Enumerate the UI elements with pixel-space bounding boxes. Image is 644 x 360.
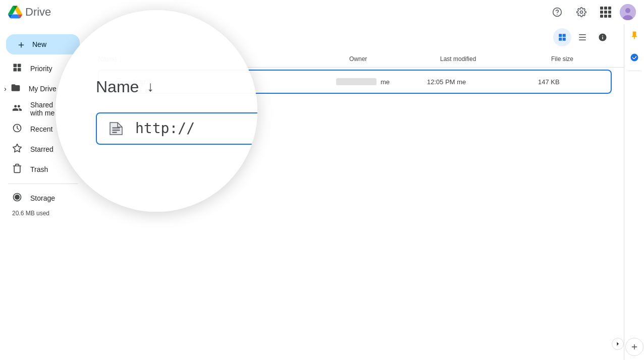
sidebar-item-priority[interactable]: Priority	[0, 58, 78, 79]
user-avatar-icon	[620, 4, 636, 20]
sidebar-nav: ＋ New Priority › My Drive	[0, 34, 86, 217]
document-icon	[112, 75, 126, 89]
settings-button[interactable]	[571, 2, 592, 22]
trash-icon	[12, 163, 22, 176]
sidebar-item-label-shared: Shared with me	[30, 101, 66, 117]
info-icon	[598, 33, 607, 42]
add-icon	[630, 343, 638, 351]
col-header-owner[interactable]: Owner	[349, 55, 440, 63]
col-owner-label: Owner	[349, 55, 367, 63]
help-icon	[552, 7, 562, 17]
sidebar-item-label-trash: Trash	[30, 165, 48, 173]
col-header-name[interactable]: Name ↓	[98, 55, 349, 63]
svg-rect-11	[114, 76, 125, 87]
file-modified-text: 12:05 PM me	[427, 78, 466, 86]
sidebar-item-storage[interactable]: Storage	[0, 188, 78, 208]
main-content: Name ↓ Owner Last modified File size	[86, 24, 624, 360]
chevron-right-icon	[615, 341, 621, 347]
keep-icon	[629, 30, 639, 40]
file-list-header: Name ↓ Owner Last modified File size	[86, 51, 624, 68]
toolbar-row	[86, 24, 624, 51]
col-name-label: Name	[98, 55, 117, 63]
right-panel-divider	[628, 71, 640, 71]
apps-button[interactable]	[596, 2, 616, 22]
file-owner-text: me	[381, 78, 390, 86]
settings-icon	[576, 7, 586, 17]
svg-rect-6	[14, 64, 17, 67]
priority-icon	[12, 63, 22, 75]
file-size-cell: 147 KB	[538, 78, 599, 86]
file-modified-cell: 12:05 PM me	[427, 78, 538, 86]
header-actions	[547, 2, 636, 22]
app-name: Drive	[25, 6, 51, 19]
col-modified-label: Last modified	[440, 55, 476, 63]
sort-arrow-icon: ↓	[119, 55, 122, 63]
tasks-icon	[629, 52, 639, 63]
svg-point-2	[580, 11, 583, 14]
grid-view-button[interactable]	[553, 28, 571, 46]
svg-point-4	[625, 8, 630, 13]
add-right-panel-button[interactable]	[625, 338, 643, 356]
right-panel-bottom	[625, 338, 643, 356]
storage-used-container: 20.6 MB used	[0, 208, 86, 217]
sidebar-item-shared[interactable]: Shared with me	[0, 99, 78, 119]
shared-icon	[12, 103, 22, 115]
avatar[interactable]	[620, 4, 636, 20]
right-panel-tasks-icon[interactable]	[625, 48, 643, 67]
info-button[interactable]	[594, 28, 612, 46]
my-drive-icon	[11, 83, 21, 95]
sidebar-item-my-drive[interactable]: My Drive	[11, 79, 78, 99]
sidebar-item-trash[interactable]: Trash	[0, 159, 78, 179]
file-owner-cell: me	[336, 78, 427, 86]
file-name-input[interactable]	[133, 78, 234, 86]
apps-grid-icon	[600, 7, 611, 18]
sidebar-item-label-priority: Priority	[30, 65, 52, 73]
my-drive-row: › My Drive	[0, 79, 86, 99]
right-panel-keep-icon[interactable]	[625, 26, 643, 44]
new-button-label: New	[32, 40, 46, 48]
svg-rect-9	[18, 68, 21, 71]
storage-used-text: 20.6 MB used	[12, 210, 49, 217]
list-icon	[578, 33, 587, 42]
file-size-text: 147 KB	[538, 78, 560, 86]
plus-icon: ＋	[16, 38, 26, 51]
sidebar-item-label-starred: Starred	[30, 145, 53, 153]
app-logo[interactable]: Drive	[8, 5, 51, 19]
sidebar-item-label-recent: Recent	[30, 125, 52, 133]
list-view-button[interactable]	[573, 28, 592, 46]
header: Drive	[0, 0, 644, 24]
new-button[interactable]: ＋ New	[6, 34, 80, 54]
col-size-label: File size	[551, 55, 573, 63]
sidebar-divider	[8, 184, 78, 184]
recent-icon	[12, 123, 22, 136]
view-icons	[553, 28, 612, 46]
file-icon	[111, 74, 127, 90]
starred-icon	[12, 143, 22, 156]
drive-logo-icon	[8, 5, 22, 19]
svg-point-1	[557, 14, 558, 15]
right-panel	[624, 0, 644, 360]
col-header-file-size[interactable]: File size	[551, 55, 612, 63]
storage-icon	[12, 192, 22, 205]
my-drive-expand-icon[interactable]: ›	[0, 81, 11, 97]
sidebar-item-recent[interactable]: Recent	[0, 119, 78, 139]
col-header-last-modified[interactable]: Last modified	[440, 55, 551, 63]
svg-rect-8	[14, 68, 17, 71]
file-name-cell	[111, 74, 336, 90]
svg-rect-7	[18, 64, 21, 67]
sidebar-item-label-storage: Storage	[30, 194, 55, 202]
help-button[interactable]	[547, 2, 567, 22]
sidebar-item-label-my-drive: My Drive	[29, 85, 57, 93]
sidebar-item-starred[interactable]: Starred	[0, 139, 78, 159]
table-row: me 12:05 PM me 147 KB	[98, 70, 612, 94]
sidebar: ＋ New Priority › My Drive	[0, 0, 86, 360]
collapse-panel-button[interactable]	[612, 338, 624, 350]
grid-icon	[558, 33, 567, 42]
